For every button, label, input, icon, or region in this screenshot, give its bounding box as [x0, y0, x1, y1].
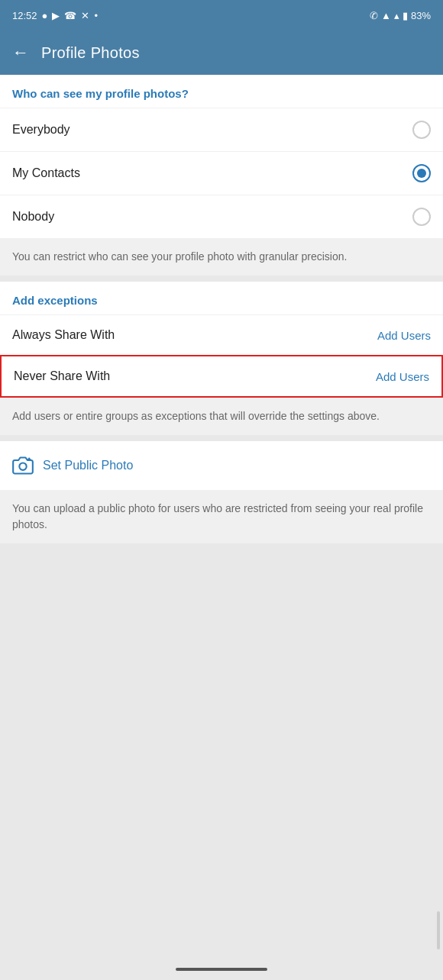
content-area: Who can see my profile photos? Everybody… [0, 75, 443, 543]
camera-icon [12, 455, 34, 476]
app-header: ← Profile Photos [0, 31, 443, 75]
phone-icon: ☎ [64, 10, 76, 21]
battery-icon: ▮ [403, 10, 408, 21]
status-time: 12:52 [12, 10, 37, 21]
my-contacts-label: My Contacts [12, 166, 80, 180]
divider-1 [0, 276, 443, 282]
never-share-add-users-button[interactable]: Add Users [376, 370, 429, 383]
set-public-label: Set Public Photo [43, 459, 133, 472]
who-can-see-info: You can restrict who can see your profil… [0, 238, 443, 276]
add-exceptions-label: Add exceptions [0, 282, 443, 314]
nobody-label: Nobody [12, 210, 54, 224]
nobody-radio[interactable] [412, 208, 431, 226]
exceptions-info: Add users or entire groups as exceptions… [0, 398, 443, 435]
never-share-row: Never Share With Add Users [0, 355, 443, 398]
status-right: ✆ ▲ ▴ ▮ 83% [370, 10, 431, 21]
set-public-photo-row[interactable]: Set Public Photo [0, 441, 443, 490]
battery-percent: 83% [411, 10, 431, 21]
option-nobody[interactable]: Nobody [0, 195, 443, 238]
option-my-contacts[interactable]: My Contacts [0, 151, 443, 195]
home-indicator [176, 968, 267, 971]
call-icon: ✆ [370, 10, 378, 21]
signal-icon: ▲ [381, 10, 391, 21]
who-can-see-label: Who can see my profile photos? [0, 75, 443, 108]
page-title: Profile Photos [41, 44, 140, 62]
never-share-label: Never Share With [14, 369, 110, 383]
network-icon: ▴ [394, 10, 399, 21]
back-button[interactable]: ← [12, 43, 29, 63]
everybody-radio[interactable] [412, 121, 431, 139]
who-can-see-section: Who can see my profile photos? Everybody… [0, 75, 443, 238]
scrollbar[interactable] [437, 911, 440, 949]
youtube-icon: ▶ [52, 10, 60, 21]
status-left: 12:52 ● ▶ ☎ ✕ • [12, 10, 98, 21]
dot-icon: • [94, 10, 98, 21]
always-share-row: Always Share With Add Users [0, 314, 443, 355]
divider-2 [0, 435, 443, 441]
my-contacts-radio[interactable] [412, 164, 431, 182]
status-bar: 12:52 ● ▶ ☎ ✕ • ✆ ▲ ▴ ▮ 83% [0, 0, 443, 31]
svg-point-0 [19, 463, 26, 470]
exceptions-section: Add exceptions Always Share With Add Use… [0, 282, 443, 398]
everybody-label: Everybody [12, 123, 70, 137]
always-share-add-users-button[interactable]: Add Users [377, 329, 431, 342]
option-everybody[interactable]: Everybody [0, 108, 443, 151]
radio-selected-inner [417, 169, 426, 178]
x-icon: ✕ [81, 10, 89, 21]
always-share-label: Always Share With [12, 328, 115, 342]
public-photo-info: You can upload a public photo for users … [0, 490, 443, 543]
wifi-icon: ● [42, 10, 48, 21]
